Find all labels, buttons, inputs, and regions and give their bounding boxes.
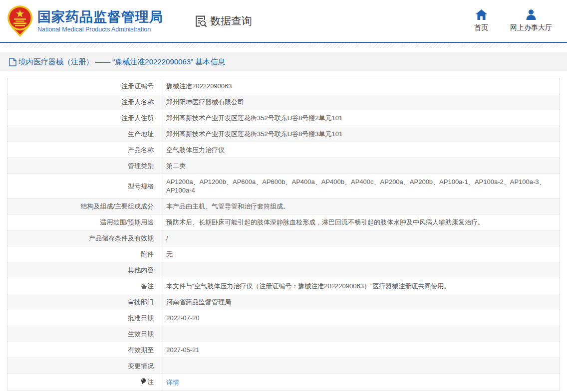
data-query-icon xyxy=(194,14,208,28)
row-label-text: 型号规格 xyxy=(128,183,154,190)
row-value: / xyxy=(160,230,560,246)
site-logo[interactable]: 国家药品监督管理局 National Medical Products Admi… xyxy=(7,4,163,37)
row-label: 生产地址 xyxy=(7,126,160,142)
row-label-text: 批准日期 xyxy=(128,314,154,322)
row-value: 郑州阳坤医疗器械有限公司 xyxy=(160,94,560,110)
row-value: 详情 xyxy=(160,374,560,391)
user-icon xyxy=(526,9,537,20)
details-link[interactable]: 详情 xyxy=(166,379,179,386)
row-label: 型号规格 xyxy=(7,174,160,198)
nav-online-hall-label: 网上办事大厅 xyxy=(510,23,552,32)
row-label: 产品名称 xyxy=(7,142,160,158)
table-row: 注册人住所 郑州高新技术产业开发区莲花街352号联东U谷8号楼2单元101 xyxy=(7,110,560,126)
info-table-body: 注册证编号 豫械注准20222090063 注册人名称 郑州阳坤医疗器械有限公司… xyxy=(7,78,560,391)
info-table: 注册证编号 豫械注准20222090063 注册人名称 郑州阳坤医疗器械有限公司… xyxy=(7,78,560,391)
row-label-text: 审批部门 xyxy=(128,298,154,306)
row-value: 豫械注准20222090063 xyxy=(160,78,560,94)
row-label: 注册人住所 xyxy=(7,110,160,126)
note-icon xyxy=(141,378,146,387)
row-value: 预防术后、长期卧床可能引起的肢体深静脉血栓形成，淋巴回流不畅引起的肢体水肿及中风… xyxy=(160,214,560,230)
row-label-text: 有效期至 xyxy=(128,346,154,354)
table-row: 变更情况 xyxy=(7,358,560,374)
table-row: 备注 本文件与“空气肢体压力治疗仪（注册证编号：豫械注准20222090063）… xyxy=(7,278,560,294)
site-header: 国家药品监督管理局 National Medical Products Admi… xyxy=(0,0,567,43)
row-label: 有效期至 xyxy=(7,342,160,358)
row-label-text: 其他内容 xyxy=(128,266,154,274)
row-label: 注册人名称 xyxy=(7,94,160,110)
hatched-divider xyxy=(0,43,567,48)
brand-name-cn: 国家药品监督管理局 xyxy=(37,9,163,24)
table-row: 注册人名称 郑州阳坤医疗器械有限公司 xyxy=(7,94,560,110)
row-label-text: 适用范围/预期用途 xyxy=(100,218,154,226)
row-label-text: 产品名称 xyxy=(128,146,154,154)
row-label: 附件 xyxy=(7,246,160,262)
row-value: 2022-07-20 xyxy=(160,310,560,326)
row-label-text: 产品储存条件及有效期 xyxy=(89,234,154,242)
row-value: 本产品由主机、气管导管和治疗套筒组成。 xyxy=(160,198,560,214)
row-label: 其他内容 xyxy=(7,262,160,278)
table-row: 审批部门 河南省药品监督管理局 xyxy=(7,294,560,310)
row-value xyxy=(160,358,560,374)
row-value: 郑州高新技术产业开发区莲花街352号联东U谷8号楼3单元101 xyxy=(160,126,560,142)
row-label-text: 结构及组成/主要组成成分 xyxy=(80,202,154,210)
row-value: 郑州高新技术产业开发区莲花街352号联东U谷8号楼2单元101 xyxy=(160,110,560,126)
row-label: 批准日期 xyxy=(7,310,160,326)
table-row: 产品名称 空气肢体压力治疗仪 xyxy=(7,142,560,158)
table-row: 结构及组成/主要组成成分 本产品由主机、气管导管和治疗套筒组成。 xyxy=(7,198,560,214)
table-row: 管理类别 第二类 xyxy=(7,158,560,174)
page-title-bar: 境内医疗器械（注册） —— “豫械注准20222090063” 基本信息 xyxy=(0,52,567,71)
row-label-text: 备注 xyxy=(141,282,154,290)
table-row: 批准日期 2022-07-20 xyxy=(7,310,560,326)
row-label: 变更情况 xyxy=(7,358,160,374)
row-label-text: 附件 xyxy=(141,250,154,258)
table-row: 其他内容 xyxy=(7,262,560,278)
document-icon xyxy=(9,58,16,66)
row-label: 管理类别 xyxy=(7,158,160,174)
row-label-text: 注册人住所 xyxy=(121,114,154,122)
row-value xyxy=(160,326,560,342)
table-row: 注册证编号 豫械注准20222090063 xyxy=(7,78,560,94)
table-row: 注 详情 xyxy=(7,374,560,391)
row-value: 第二类 xyxy=(160,158,560,174)
row-label-text: 注册人名称 xyxy=(121,98,154,106)
row-label: 备注 xyxy=(7,278,160,294)
row-label-text: 注册证编号 xyxy=(121,82,154,90)
nav-item-online-hall[interactable]: 网上办事大厅 xyxy=(510,9,552,32)
brand-text: 国家药品监督管理局 National Medical Products Admi… xyxy=(37,9,163,33)
row-value: 2027-05-21 xyxy=(160,342,560,358)
row-label-text: 注 xyxy=(147,378,154,386)
data-query-nav[interactable]: 数据查询 xyxy=(194,14,252,28)
table-row: 产品储存条件及有效期 / xyxy=(7,230,560,246)
home-icon xyxy=(476,9,487,20)
table-row: 型号规格 AP1200a、AP1200b、AP600a、AP600b、AP400… xyxy=(7,174,560,198)
brand-name-en: National Medical Products Administration xyxy=(37,26,163,33)
row-label: 生效日期 xyxy=(7,326,160,342)
national-emblem-icon xyxy=(7,4,33,37)
nav-home-label: 首页 xyxy=(474,23,488,32)
row-value: 空气肢体压力治疗仪 xyxy=(160,142,560,158)
row-value: 无 xyxy=(160,246,560,262)
row-value xyxy=(160,262,560,278)
row-label: 结构及组成/主要组成成分 xyxy=(7,198,160,214)
row-label: 适用范围/预期用途 xyxy=(7,214,160,230)
registration-info-section: 注册证编号 豫械注准20222090063 注册人名称 郑州阳坤医疗器械有限公司… xyxy=(7,78,560,391)
row-label-text: 管理类别 xyxy=(128,162,154,170)
row-value: AP1200a、AP1200b、AP600a、AP600b、AP400a、AP4… xyxy=(160,174,560,198)
row-label-text: 变更情况 xyxy=(128,362,154,370)
page-title: 境内医疗器械（注册） —— “豫械注准20222090063” 基本信息 xyxy=(18,57,225,67)
header-nav: 首页 网上办事大厅 xyxy=(474,9,552,32)
row-value: 河南省药品监督管理局 xyxy=(160,294,560,310)
row-value: 本文件与“空气肢体压力治疗仪（注册证编号：豫械注准20222090063）”医疗… xyxy=(160,278,560,294)
row-label: 审批部门 xyxy=(7,294,160,310)
table-row: 附件 无 xyxy=(7,246,560,262)
table-row: 生产地址 郑州高新技术产业开发区莲花街352号联东U谷8号楼3单元101 xyxy=(7,126,560,142)
row-label: 注册证编号 xyxy=(7,78,160,94)
row-label: 产品储存条件及有效期 xyxy=(7,230,160,246)
row-label: 注 xyxy=(7,374,160,391)
table-row: 有效期至 2027-05-21 xyxy=(7,342,560,358)
nav-item-home[interactable]: 首页 xyxy=(474,9,488,32)
table-row: 适用范围/预期用途 预防术后、长期卧床可能引起的肢体深静脉血栓形成，淋巴回流不畅… xyxy=(7,214,560,230)
row-label-text: 生产地址 xyxy=(128,130,154,138)
data-query-label: 数据查询 xyxy=(210,14,252,28)
row-label-text: 生效日期 xyxy=(128,330,154,338)
